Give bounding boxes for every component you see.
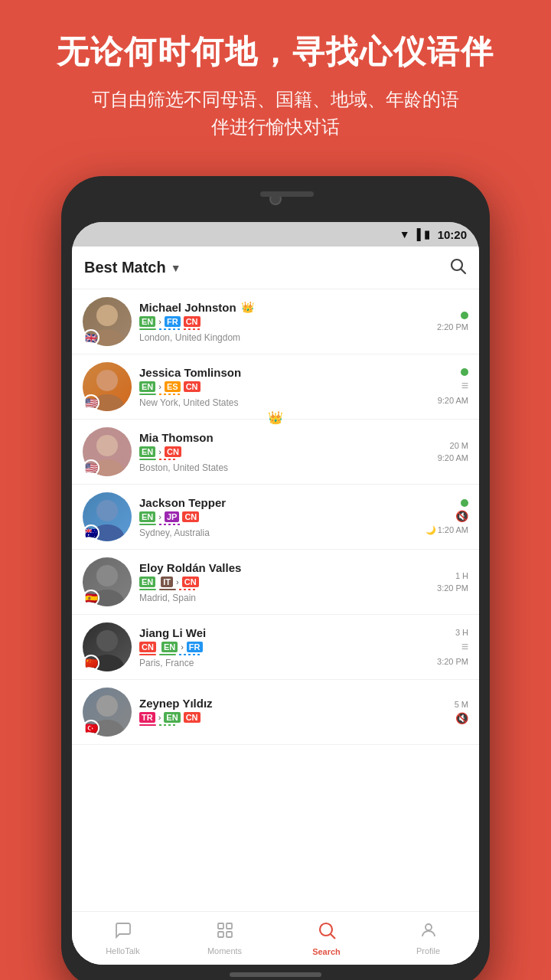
user-meta: 3 H ≡ 3:20 PM (422, 628, 468, 666)
svg-point-8 (96, 500, 118, 521)
nav-hellotalk-label: HelloTalk (106, 946, 140, 956)
phone-home-bar (230, 972, 321, 977)
wifi-icon: ▼ (399, 228, 410, 240)
user-location: Sydney, Australia (139, 528, 415, 538)
svg-point-14 (96, 695, 118, 717)
nav-search[interactable]: Search (276, 912, 377, 965)
avatar-wrap: 🇦🇺 (83, 492, 132, 541)
app-content: Best Match ▼ (72, 247, 479, 965)
lang-tr: TR (139, 712, 155, 723)
lang-it: IT (161, 577, 173, 587)
online-status (461, 499, 468, 507)
avatar-wrap: 🇨🇳 (83, 622, 132, 671)
user-name: Jiang Li Wei (139, 626, 206, 639)
user-info: Michael Johnston 👑 EN › FR CN (132, 301, 422, 343)
avatar-wrap: 🇪🇸 (83, 557, 132, 606)
menu-icon: ≡ (461, 640, 468, 654)
list-item[interactable]: 🇬🇧 Michael Johnston 👑 EN › FR CN (72, 289, 479, 354)
user-info: Zeynep Yıldız TR › EN CN (132, 697, 422, 728)
svg-point-10 (96, 565, 118, 586)
lang-en: EN (139, 316, 155, 327)
status-time: 10:20 (438, 228, 467, 241)
header-title[interactable]: Best Match ▼ (84, 259, 181, 276)
lang-cn: CN (184, 381, 201, 392)
user-info: Jessica Tomlinson EN › ES CN New York (132, 366, 422, 408)
user-location: London, United Kingdom (139, 332, 415, 343)
user-meta: 🔇 🌙 1:20 AM (422, 499, 468, 535)
nav-hellotalk[interactable]: HelloTalk (72, 912, 174, 965)
svg-point-4 (96, 370, 118, 391)
lang-cn: CN (139, 642, 156, 652)
msg-time: 3:20 PM (437, 583, 468, 593)
search-button[interactable] (448, 256, 467, 279)
sort-title-label: Best Match (84, 259, 166, 276)
flag-badge: 🇺🇸 (83, 459, 99, 476)
user-meta: ≡ 9:20 AM (422, 368, 468, 405)
lang-cn: CN (165, 446, 181, 457)
svg-point-12 (96, 630, 118, 652)
msg-time: 9:20 AM (438, 396, 468, 405)
lang-fr: FR (165, 316, 181, 327)
online-status (461, 312, 468, 319)
user-name: Jessica Tomlinson (139, 366, 241, 379)
svg-rect-17 (227, 923, 232, 929)
msg-time: 1:20 AM (438, 525, 468, 534)
flag-badge: 🇺🇸 (83, 394, 99, 411)
svg-point-20 (320, 923, 332, 936)
nav-profile[interactable]: Profile (377, 912, 479, 965)
battery-icon: ▮ (424, 228, 430, 240)
lang-fr: FR (187, 642, 203, 652)
list-item[interactable]: 🇺🇸 Mia Thomson EN › CN (72, 420, 479, 485)
app-header: Best Match ▼ (72, 247, 479, 289)
lang-row: TR › EN CN (139, 712, 415, 723)
flag-badge: 🇬🇧 (83, 329, 99, 346)
signal-icon: ▐ (413, 228, 421, 240)
svg-rect-18 (218, 932, 223, 937)
list-item[interactable]: 🇦🇺 Jackson Tepper EN › JP CN (72, 485, 479, 550)
svg-line-21 (331, 934, 335, 939)
status-icons: ▼ ▐ ▮ (399, 228, 430, 240)
lang-cn: CN (182, 511, 199, 522)
menu-icon: ≡ (461, 379, 468, 393)
list-item[interactable]: 🇪🇸 Eloy Roldán Valles EN IT › CN (72, 550, 479, 615)
search-icon (317, 920, 337, 945)
svg-rect-19 (227, 932, 232, 937)
user-meta: 20 M 9:20 AM (422, 441, 468, 462)
lang-row: EN IT › CN (139, 577, 415, 587)
lang-cn: CN (182, 577, 199, 587)
lang-en: EN (161, 642, 178, 652)
dropdown-arrow-icon: ▼ (171, 262, 181, 274)
list-item[interactable]: 🇹🇷 Zeynep Yıldız TR › EN CN (72, 680, 479, 745)
flag-badge: 🇹🇷 (83, 720, 99, 737)
svg-rect-16 (218, 923, 223, 929)
user-name: Jackson Tepper (139, 496, 226, 509)
lang-en: EN (164, 712, 180, 723)
svg-point-6 (96, 435, 118, 456)
nav-profile-label: Profile (416, 946, 440, 956)
user-info: Jackson Tepper EN › JP CN Sydney, Aus (132, 496, 422, 538)
user-list: 🇬🇧 Michael Johnston 👑 EN › FR CN (72, 289, 479, 911)
lang-en: EN (139, 511, 155, 522)
nav-moments[interactable]: Moments (174, 912, 276, 965)
msg-time: 9:20 AM (438, 453, 468, 462)
user-location: New York, United States (139, 397, 415, 408)
avatar-wrap: 🇬🇧 (83, 297, 132, 346)
time-ago: 3 H (455, 628, 468, 637)
user-name: Mia Thomson (139, 431, 214, 444)
time-ago: 1 H (455, 571, 468, 580)
msg-time: 2:20 PM (437, 322, 468, 332)
lang-row: CN EN › FR (139, 642, 415, 652)
lang-row: EN › FR CN (139, 316, 415, 327)
flag-badge: 🇨🇳 (83, 655, 99, 671)
status-bar: ▼ ▐ ▮ 10:20 (72, 222, 479, 247)
list-item[interactable]: 🇺🇸 Jessica Tomlinson EN › ES CN (72, 354, 479, 420)
list-item[interactable]: 🇨🇳 Jiang Li Wei CN EN › FR (72, 615, 479, 680)
crown-icon: 👑 (241, 301, 254, 313)
lang-row: EN › ES CN (139, 381, 415, 392)
time-ago: 20 M (450, 441, 468, 450)
avatar-wrap: 🇺🇸 (83, 362, 132, 411)
mute-icon: 🔇 (455, 510, 468, 522)
lang-jp: JP (165, 511, 179, 522)
user-location: Boston, United States (139, 462, 415, 473)
hellotalk-icon (114, 921, 132, 944)
